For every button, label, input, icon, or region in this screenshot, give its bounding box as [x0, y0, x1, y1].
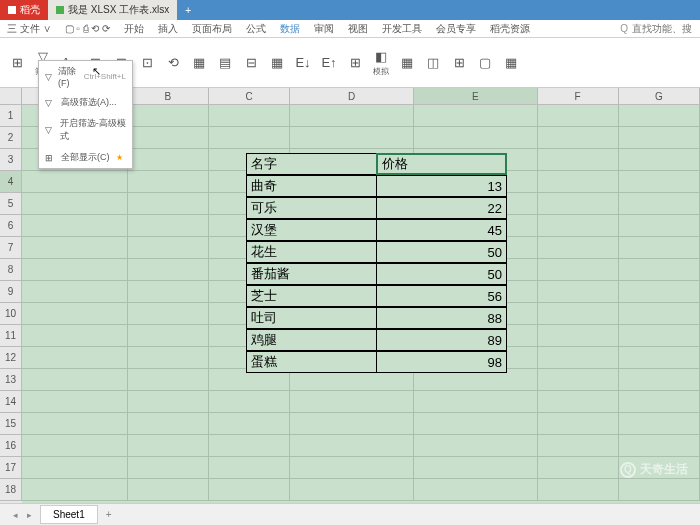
cell[interactable] — [619, 347, 700, 369]
cell[interactable] — [209, 391, 290, 413]
cell[interactable] — [619, 215, 700, 237]
menu-item-7[interactable]: 审阅 — [307, 22, 341, 36]
cell[interactable] — [538, 303, 619, 325]
cell[interactable] — [538, 237, 619, 259]
row-header-4[interactable]: 4 — [0, 171, 22, 193]
cell[interactable] — [128, 369, 209, 391]
ribbon-btn-8[interactable]: ▤ — [212, 40, 238, 85]
cell[interactable] — [22, 435, 128, 457]
ribbon-btn-19[interactable]: ▦ — [498, 40, 524, 85]
row-header-1[interactable]: 1 — [0, 105, 22, 127]
cell[interactable] — [538, 171, 619, 193]
table-cell[interactable]: 22 — [376, 197, 507, 219]
add-sheet-button[interactable]: + — [98, 506, 120, 523]
cell[interactable] — [619, 303, 700, 325]
cell[interactable] — [619, 237, 700, 259]
cell[interactable] — [290, 391, 414, 413]
document-tab[interactable]: 我是 XLSX 工作表.xlsx — [48, 0, 177, 20]
ribbon-btn-12[interactable]: E↑ — [316, 40, 342, 85]
cell[interactable] — [209, 105, 290, 127]
cell[interactable] — [414, 105, 538, 127]
cell[interactable] — [619, 127, 700, 149]
ribbon-btn-7[interactable]: ▦ — [186, 40, 212, 85]
ribbon-btn-10[interactable]: ▦ — [264, 40, 290, 85]
cell[interactable] — [128, 413, 209, 435]
row-header-12[interactable]: 12 — [0, 347, 22, 369]
menu-item-4[interactable]: 页面布局 — [185, 22, 239, 36]
table-cell[interactable]: 曲奇 — [246, 175, 377, 197]
row-header-2[interactable]: 2 — [0, 127, 22, 149]
cell[interactable] — [619, 391, 700, 413]
ribbon-btn-0[interactable]: ⊞ — [4, 40, 30, 85]
menu-item-8[interactable]: 视图 — [341, 22, 375, 36]
row-header-8[interactable]: 8 — [0, 259, 22, 281]
cell[interactable] — [619, 259, 700, 281]
ribbon-btn-6[interactable]: ⟲ — [160, 40, 186, 85]
cell[interactable] — [209, 127, 290, 149]
ribbon-btn-13[interactable]: ⊞ — [342, 40, 368, 85]
cell[interactable] — [538, 215, 619, 237]
row-header-17[interactable]: 17 — [0, 457, 22, 479]
menu-item-3[interactable]: 插入 — [151, 22, 185, 36]
table-cell[interactable]: 13 — [376, 175, 507, 197]
cell[interactable] — [538, 479, 619, 501]
cell[interactable] — [538, 259, 619, 281]
cell[interactable] — [128, 193, 209, 215]
cell[interactable] — [538, 435, 619, 457]
table-cell[interactable]: 蛋糕 — [246, 351, 377, 373]
table-cell[interactable]: 56 — [376, 285, 507, 307]
row-header-11[interactable]: 11 — [0, 325, 22, 347]
cell[interactable] — [128, 457, 209, 479]
menu-item-2[interactable]: 开始 — [117, 22, 151, 36]
cell[interactable] — [128, 215, 209, 237]
table-header-1[interactable]: 价格 — [376, 153, 507, 175]
sheet-tab-1[interactable]: Sheet1 — [40, 505, 98, 524]
cell[interactable] — [128, 325, 209, 347]
cell[interactable] — [290, 105, 414, 127]
cell[interactable] — [128, 171, 209, 193]
cell[interactable] — [128, 149, 209, 171]
cell[interactable] — [619, 149, 700, 171]
row-header-10[interactable]: 10 — [0, 303, 22, 325]
ribbon-btn-14[interactable]: ◧模拟 — [368, 40, 394, 85]
cell[interactable] — [538, 347, 619, 369]
cell[interactable] — [538, 193, 619, 215]
cell[interactable] — [538, 127, 619, 149]
table-cell[interactable]: 89 — [376, 329, 507, 351]
row-header-3[interactable]: 3 — [0, 149, 22, 171]
cell[interactable] — [209, 457, 290, 479]
table-cell[interactable]: 98 — [376, 351, 507, 373]
dropdown-item-1[interactable]: ▽高级筛选(A)... — [39, 92, 132, 113]
cell[interactable] — [538, 105, 619, 127]
cell[interactable] — [619, 479, 700, 501]
col-header-B[interactable]: B — [128, 88, 209, 105]
ribbon-btn-18[interactable]: ▢ — [472, 40, 498, 85]
ribbon-btn-9[interactable]: ⊟ — [238, 40, 264, 85]
cell[interactable] — [619, 369, 700, 391]
cell[interactable] — [619, 171, 700, 193]
cell[interactable] — [22, 325, 128, 347]
row-header-15[interactable]: 15 — [0, 413, 22, 435]
cell[interactable] — [22, 413, 128, 435]
ribbon-btn-16[interactable]: ◫ — [420, 40, 446, 85]
cell[interactable] — [538, 391, 619, 413]
menu-item-5[interactable]: 公式 — [239, 22, 273, 36]
menu-item-10[interactable]: 会员专享 — [429, 22, 483, 36]
cell[interactable] — [22, 303, 128, 325]
cell[interactable] — [538, 325, 619, 347]
row-header-9[interactable]: 9 — [0, 281, 22, 303]
table-cell[interactable]: 番茄酱 — [246, 263, 377, 285]
row-header-7[interactable]: 7 — [0, 237, 22, 259]
cell[interactable] — [290, 413, 414, 435]
search-input[interactable] — [632, 23, 692, 34]
col-header-C[interactable]: C — [209, 88, 290, 105]
cell[interactable] — [290, 457, 414, 479]
cell[interactable] — [538, 149, 619, 171]
cell[interactable] — [290, 435, 414, 457]
ribbon-btn-5[interactable]: ⊡ — [134, 40, 160, 85]
col-header-E[interactable]: E — [414, 88, 538, 105]
dropdown-item-3[interactable]: ⊞全部显示(C)★ — [39, 147, 132, 168]
cell[interactable] — [414, 391, 538, 413]
table-cell[interactable]: 45 — [376, 219, 507, 241]
cell[interactable] — [414, 435, 538, 457]
